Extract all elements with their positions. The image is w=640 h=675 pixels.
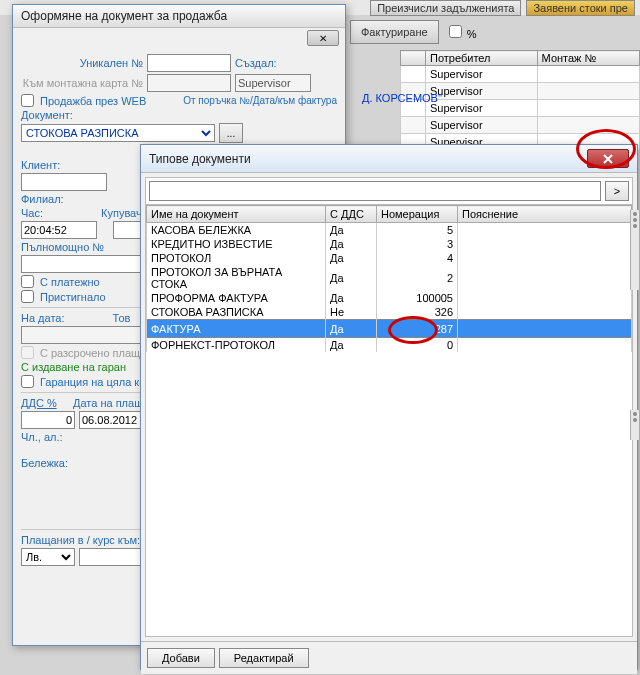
art-label: Чл., ал.: — [21, 431, 63, 443]
vat-input[interactable] — [21, 411, 75, 429]
pct-check[interactable]: % — [449, 25, 477, 40]
vat-label: ДДС % — [21, 397, 69, 409]
unique-input[interactable] — [147, 54, 231, 72]
table-row[interactable]: ПРОТОКОЛ ЗА ВЪРНАТА СТОКАДа2 — [147, 265, 632, 291]
close-icon[interactable]: ✕ — [307, 30, 339, 46]
proxy-input[interactable] — [21, 255, 147, 273]
add-button[interactable]: Добави — [147, 648, 215, 668]
warranty-full-check[interactable] — [21, 375, 34, 388]
grid-cell[interactable]: Supervisor — [426, 100, 538, 117]
table-row[interactable]: КРЕДИТНО ИЗВЕСТИЕДа3 — [147, 237, 632, 251]
payments-label: Плащания в / курс към: — [21, 534, 140, 546]
buyer-label: Купувач — [101, 207, 142, 219]
supervisor-field — [235, 74, 311, 92]
table-row-selected[interactable]: ФАКТУРАДа287 — [147, 320, 632, 338]
recalc-button[interactable]: Преизчисли задълженията — [370, 0, 521, 16]
dialog-close-button[interactable] — [587, 149, 629, 168]
edit-button[interactable]: Редактирай — [219, 648, 309, 668]
close-icon — [602, 154, 614, 164]
client-label: Клиент: — [21, 159, 60, 171]
from-order-label: От поръчка №/Дата/към фактура — [183, 95, 337, 106]
proxy-label: Пълномощно № — [21, 241, 104, 253]
installment-check — [21, 346, 34, 359]
search-input[interactable] — [149, 181, 601, 201]
splitter-handle[interactable] — [630, 410, 640, 440]
grid-cell[interactable]: Supervisor — [426, 66, 538, 83]
tocard-input — [147, 74, 231, 92]
arrived-check[interactable] — [21, 290, 34, 303]
hour-label: Час: — [21, 207, 43, 219]
note-label: Бележка: — [21, 457, 68, 469]
document-browse-button[interactable]: ... — [219, 123, 243, 143]
unique-label: Уникален № — [21, 57, 143, 69]
tov-label: Тов — [113, 312, 131, 324]
doc-types-table: Име на документ С ДДС Номерация Пояснени… — [146, 205, 632, 352]
ordered-goods-button[interactable]: Заявени стоки пре — [526, 0, 635, 16]
dialog-title: Типове документи — [149, 152, 251, 166]
col-numeration[interactable]: Номерация — [377, 206, 458, 223]
document-select[interactable]: СТОКОВА РАЗПИСКА — [21, 124, 215, 142]
paydate-label: Дата на плащ — [73, 397, 143, 409]
col-vat[interactable]: С ДДС — [326, 206, 377, 223]
table-row[interactable]: ПРОФОРМА ФАКТУРАДа100005 — [147, 291, 632, 305]
window-title: Оформяне на документ за продажба — [21, 9, 227, 23]
col-install[interactable]: Монтаж № — [537, 51, 639, 66]
currency-select[interactable]: Лв. — [21, 548, 75, 566]
web-sale-label: Продажба през WEB — [40, 95, 146, 107]
tocard-label: Към монтажна карта № — [21, 77, 143, 89]
web-sale-check[interactable] — [21, 94, 34, 107]
time-input[interactable] — [21, 221, 97, 239]
doc-label: Документ: — [21, 109, 73, 121]
withpay-check[interactable] — [21, 275, 34, 288]
client-input[interactable] — [21, 173, 107, 191]
ondate-label: На дата: — [21, 312, 65, 324]
splitter-handle[interactable] — [630, 210, 640, 290]
col-user[interactable]: Потребител — [426, 51, 538, 66]
created-label: Създал: — [235, 57, 277, 69]
client-link[interactable]: Д. КОРСЕМОВ'' — [362, 92, 442, 104]
branch-label: Филиал: — [21, 193, 64, 205]
doc-types-dialog: Типове документи > Име на документ С ДДС… — [140, 144, 638, 670]
col-docname[interactable]: Име на документ — [147, 206, 326, 223]
search-go-button[interactable]: > — [605, 181, 629, 201]
grid-cell[interactable]: Supervisor — [426, 117, 538, 134]
col-desc[interactable]: Пояснение — [458, 206, 632, 223]
grid-cell[interactable]: Supervisor — [426, 83, 538, 100]
ondate-input — [21, 326, 147, 344]
table-row[interactable]: КАСОВА БЕЛЕЖКАДа5 — [147, 223, 632, 238]
table-row[interactable]: СТОКОВА РАЗПИСКАНе326 — [147, 305, 632, 320]
warranty-issue-label: С издаване на гаран — [21, 361, 126, 373]
invoicing-button[interactable]: Фактуриране — [350, 20, 439, 44]
table-row[interactable]: ФОРНЕКСТ-ПРОТОКОЛДа0 — [147, 338, 632, 353]
window-titlebar: Оформяне на документ за продажба — [13, 5, 345, 28]
table-row[interactable]: ПРОТОКОЛДа4 — [147, 251, 632, 265]
